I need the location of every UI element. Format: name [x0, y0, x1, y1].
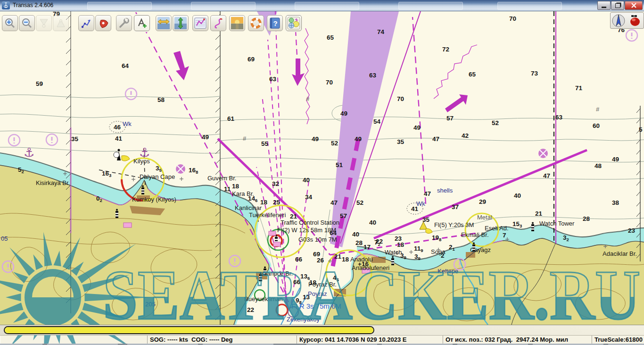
toolbar-button-help[interactable]: ?: [267, 15, 283, 31]
chart-label: Kilyos: [133, 158, 150, 165]
chart-label: Anadolu: [350, 256, 373, 263]
depth-sounding: 58: [157, 96, 165, 103]
chart-label: Anadolufeneri: [352, 264, 389, 271]
depth-sounding: 57: [340, 212, 347, 219]
depth-sounding: 66: [293, 278, 301, 286]
depth-sounding: 63: [555, 114, 563, 121]
restore-icon: [615, 3, 620, 8]
toolbar-button-fit-horizontal[interactable]: [156, 15, 172, 31]
depth-sounding: 48: [594, 162, 602, 169]
depth-sounding: 66: [295, 256, 303, 263]
chart-label: #: [243, 135, 247, 142]
depth-sounding: 28: [355, 239, 363, 246]
depth-sounding: 60: [593, 122, 600, 129]
depth-sounding: 63: [269, 76, 277, 83]
toolbar-button-chart-panel[interactable]: [286, 15, 302, 31]
chart-label: 05: [1, 235, 8, 242]
chart-label: Bueyuekliman: [244, 295, 283, 303]
wrench-icon: [118, 17, 130, 29]
ship-icon: [98, 17, 109, 29]
chart-label: Poyraz Br.: [308, 281, 337, 288]
depth-sounding: 32: [272, 180, 279, 187]
depth-sounding: 51: [336, 161, 343, 168]
depth-sounding: 35: [422, 216, 430, 223]
toolbar-button-track[interactable]: [210, 15, 226, 31]
toolbar-button-day-night[interactable]: [229, 15, 245, 31]
depth-sounding: 26: [317, 257, 324, 264]
compass-panel[interactable]: [610, 12, 644, 29]
chart-label: Adaciklar Br.: [603, 250, 637, 257]
progress-bar: [4, 326, 374, 334]
depth-sounding: 17: [363, 244, 371, 251]
chart-label: Kisirkaya Br: [36, 179, 69, 186]
taskbar-ghost: [398, 2, 463, 10]
chart-label: Cayagz: [470, 246, 491, 253]
depth-sounding: 23: [628, 227, 636, 234]
lifebuoy-icon: [250, 17, 262, 29]
depth-sounding: 73: [531, 70, 538, 77]
chart-canvas[interactable]: ⚓ ⚓ 797074766569726463657371595863707061…: [0, 11, 644, 325]
chart-label: 205: [145, 301, 156, 308]
toolbar-button-fit-vertical[interactable]: [173, 15, 189, 31]
depth-sounding: 52: [331, 140, 338, 147]
status-sog-cog: SOG: ----- kts COG: ----- Deg: [148, 336, 297, 344]
toolbar-button-man-overboard[interactable]: [248, 15, 264, 31]
chart-label: Soga: [431, 248, 446, 255]
status-cursor-position: Курсор: 041 14.7036 N 029 10.2023 E: [297, 336, 443, 344]
toolbar-button-zoom-in[interactable]: [2, 15, 18, 31]
chart-label: Tuerkelifeneri: [249, 211, 286, 219]
compass-icon: [612, 15, 625, 27]
restore-button[interactable]: [611, 1, 624, 10]
chart-area[interactable]: ⚓ ⚓ 797074766569726463657371595863707061…: [0, 11, 644, 325]
depth-sounding: 74: [377, 28, 385, 35]
depth-sounding: 49: [612, 156, 619, 163]
toolbar-button-zoom-ship[interactable]: [53, 15, 69, 31]
toolbar-button-tools[interactable]: [116, 15, 132, 31]
chart-panel-icon: [287, 17, 300, 30]
depth-sounding: 21: [535, 210, 543, 217]
depth-sounding: 49: [340, 110, 347, 117]
toolbar-button-zoom-out[interactable]: [19, 15, 35, 31]
binoculars-icon: [631, 15, 637, 17]
close-button[interactable]: [625, 1, 643, 10]
status-from-origin: От исх. поз.: 032 Град. 2947.24 Мор. мил: [443, 336, 592, 344]
depth-sounding: 42: [462, 132, 469, 139]
zoom-in-icon: [4, 17, 16, 29]
depth-sounding: 37: [452, 203, 459, 210]
close-icon: [631, 3, 636, 8]
zoom-out-icon: [21, 17, 33, 29]
chart-label: Metal: [477, 214, 492, 221]
taskbar-ghost: [87, 2, 152, 10]
depth-sounding: 11: [224, 185, 231, 193]
taskbar-ghost: [191, 2, 256, 10]
chart-label: Fl R 3s 75m 6M: [291, 302, 341, 310]
depth-sounding: 55: [261, 140, 269, 147]
zoom-ship-icon: [55, 17, 66, 29]
depth-sounding: 7: [503, 232, 506, 239]
logbook-icon: [194, 17, 206, 29]
truescale-value: 61800: [626, 336, 643, 343]
toolbar-button-route-editor[interactable]: [78, 15, 94, 31]
depth-sounding: 5: [639, 126, 643, 133]
minimize-button[interactable]: [597, 1, 611, 10]
titlebar[interactable]: Transas 2.4.606: [0, 0, 644, 11]
progress-band: [0, 325, 644, 335]
toolbar-button-zoom-window[interactable]: [36, 15, 52, 31]
depth-sounding: 49: [312, 135, 319, 143]
chart-label: G03s 10m 7M: [298, 236, 337, 243]
chart-label: Zekeriyakoy: [287, 316, 320, 323]
track-icon: [212, 17, 224, 29]
sunset-icon: [231, 17, 243, 29]
own-ship-icon: [630, 17, 640, 26]
chart-label: Guvem Br.: [207, 175, 236, 182]
toolbar-button-route-plan[interactable]: [192, 15, 208, 31]
chart-label: shells: [437, 187, 453, 194]
toolbar-button-add-object[interactable]: [134, 15, 150, 31]
depth-sounding: 47: [424, 190, 431, 197]
status-blank: [0, 336, 148, 344]
depth-sounding: 21: [334, 253, 342, 260]
depth-sounding: 65: [469, 71, 476, 78]
chart-label: Eseli Ad.: [485, 225, 509, 232]
depth-sounding: 18: [397, 241, 405, 248]
toolbar-button-own-ship[interactable]: [95, 15, 111, 31]
